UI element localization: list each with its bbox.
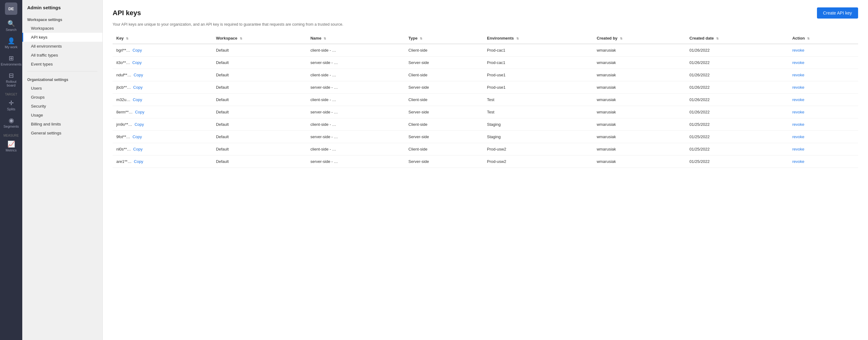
cell-workspace: Default xyxy=(212,69,307,81)
metrics-icon: 📈 xyxy=(7,141,15,147)
sort-icon: ⇅ xyxy=(620,37,622,40)
copy-button[interactable]: Copy xyxy=(133,97,142,102)
table-row: are1**… CopyDefaultserver-side - …Server… xyxy=(113,156,858,168)
revoke-button[interactable]: revoke xyxy=(792,134,804,139)
cell-type: Client-side xyxy=(405,69,483,81)
sidebar-item-all-environments[interactable]: All environments xyxy=(22,42,102,51)
table-row: it3o**… CopyDefaultserver-side - …Server… xyxy=(113,57,858,69)
main-header: API keys Create API key xyxy=(113,7,858,19)
sidebar-item-api-keys[interactable]: API keys xyxy=(22,33,102,42)
cell-created-by: wmarusiak xyxy=(593,69,686,81)
table-row: jm9o**… CopyDefaultclient-side - …Client… xyxy=(113,118,858,131)
sidebar-item-event-types[interactable]: Event types xyxy=(22,60,102,69)
nav-item-rollout-board[interactable]: ⊟ Rollout board xyxy=(0,69,22,90)
cell-key: nduf**… Copy xyxy=(113,69,212,81)
create-api-key-button[interactable]: Create API key xyxy=(817,7,858,19)
nav-label-rollout-board: Rollout board xyxy=(1,80,21,87)
key-value: 8erm**… xyxy=(116,110,133,114)
cell-workspace: Default xyxy=(212,44,307,57)
cell-key: are1**… Copy xyxy=(113,156,212,168)
col-header-type[interactable]: Type ⇅ xyxy=(405,33,483,44)
cell-type: Client-side xyxy=(405,118,483,131)
cell-created-date: 01/26/2022 xyxy=(686,81,788,94)
revoke-button[interactable]: revoke xyxy=(792,48,804,53)
cell-action: revoke xyxy=(788,57,858,69)
cell-type: Client-side xyxy=(405,143,483,156)
user-avatar[interactable]: DE xyxy=(5,2,17,15)
col-header-created_by[interactable]: Created by ⇅ xyxy=(593,33,686,44)
page-subtitle: Your API keys are unique to your organiz… xyxy=(113,22,858,27)
copy-button[interactable]: Copy xyxy=(132,48,142,53)
revoke-button[interactable]: revoke xyxy=(792,110,804,114)
nav-item-metrics[interactable]: 📈 Metrics xyxy=(0,138,22,155)
cell-key: 8erm**… Copy xyxy=(113,106,212,118)
cell-workspace: Default xyxy=(212,81,307,94)
nav-item-environments[interactable]: ⊞ Environments xyxy=(0,52,22,69)
revoke-button[interactable]: revoke xyxy=(792,85,804,90)
cell-action: revoke xyxy=(788,143,858,156)
sidebar-item-security[interactable]: Security xyxy=(22,102,102,111)
col-header-name[interactable]: Name ⇅ xyxy=(307,33,405,44)
sort-icon: ⇅ xyxy=(716,37,719,40)
cell-created-date: 01/26/2022 xyxy=(686,57,788,69)
nav-rail: DE 🔍 Search 👤 My work ⊞ Environments ⊟ R… xyxy=(0,0,22,340)
key-value: bgrl**… xyxy=(116,48,130,53)
cell-workspace: Default xyxy=(212,106,307,118)
cell-type: Server-side xyxy=(405,57,483,69)
revoke-button[interactable]: revoke xyxy=(792,122,804,127)
revoke-button[interactable]: revoke xyxy=(792,97,804,102)
cell-environments: Test xyxy=(483,94,593,106)
copy-button[interactable]: Copy xyxy=(132,134,142,139)
nav-item-my-work[interactable]: 👤 My work xyxy=(0,35,22,52)
cell-workspace: Default xyxy=(212,156,307,168)
copy-button[interactable]: Copy xyxy=(134,73,143,77)
nav-item-splits[interactable]: ✛ Splits xyxy=(0,97,22,114)
board-icon: ⊟ xyxy=(9,72,14,78)
nav-label-splits: Splits xyxy=(7,107,16,111)
copy-button[interactable]: Copy xyxy=(133,85,143,90)
cell-created-date: 01/25/2022 xyxy=(686,131,788,143)
grid-icon: ⊞ xyxy=(9,55,14,61)
table-row: 9fot**… CopyDefaultserver-side - …Server… xyxy=(113,131,858,143)
col-header-environments[interactable]: Environments ⇅ xyxy=(483,33,593,44)
table-row: nl0s**… CopyDefaultclient-side - …Client… xyxy=(113,143,858,156)
copy-button[interactable]: Copy xyxy=(133,147,143,151)
cell-created-date: 01/25/2022 xyxy=(686,156,788,168)
cell-action: revoke xyxy=(788,69,858,81)
cell-created-date: 01/26/2022 xyxy=(686,94,788,106)
col-header-created_date[interactable]: Created date ⇅ xyxy=(686,33,788,44)
nav-label-environments: Environments xyxy=(1,62,21,66)
sidebar-item-billing[interactable]: Billing and limits xyxy=(22,120,102,129)
table-row: 8erm**… CopyDefaultserver-side - …Server… xyxy=(113,106,858,118)
revoke-button[interactable]: revoke xyxy=(792,73,804,77)
sort-icon: ⇅ xyxy=(516,37,519,40)
key-value: m32u… xyxy=(116,97,130,102)
sidebar-item-workspaces[interactable]: Workspaces xyxy=(22,24,102,33)
copy-button[interactable]: Copy xyxy=(135,110,144,114)
revoke-button[interactable]: revoke xyxy=(792,147,804,151)
cell-environments: Staging xyxy=(483,131,593,143)
copy-button[interactable]: Copy xyxy=(134,159,143,164)
sort-icon: ⇅ xyxy=(420,37,422,40)
sidebar-item-general[interactable]: General settings xyxy=(22,129,102,138)
copy-button[interactable]: Copy xyxy=(132,60,142,65)
cell-workspace: Default xyxy=(212,118,307,131)
revoke-button[interactable]: revoke xyxy=(792,159,804,164)
col-header-action[interactable]: Action ⇅ xyxy=(788,33,858,44)
copy-button[interactable]: Copy xyxy=(134,122,144,127)
col-header-workspace[interactable]: Workspace ⇅ xyxy=(212,33,307,44)
revoke-button[interactable]: revoke xyxy=(792,60,804,65)
cell-created-date: 01/26/2022 xyxy=(686,44,788,57)
sidebar-item-users[interactable]: Users xyxy=(22,84,102,93)
cell-action: revoke xyxy=(788,81,858,94)
sidebar-item-usage[interactable]: Usage xyxy=(22,111,102,120)
nav-item-search[interactable]: 🔍 Search xyxy=(0,17,22,35)
cell-environments: Prod-use1 xyxy=(483,69,593,81)
sidebar-item-groups[interactable]: Groups xyxy=(22,93,102,102)
cell-created-by: wmarusiak xyxy=(593,143,686,156)
person-icon: 👤 xyxy=(7,38,15,44)
cell-workspace: Default xyxy=(212,57,307,69)
col-header-key[interactable]: Key ⇅ xyxy=(113,33,212,44)
nav-item-segments[interactable]: ◉ Segments xyxy=(0,114,22,131)
sidebar-item-all-traffic-types[interactable]: All traffic types xyxy=(22,51,102,60)
